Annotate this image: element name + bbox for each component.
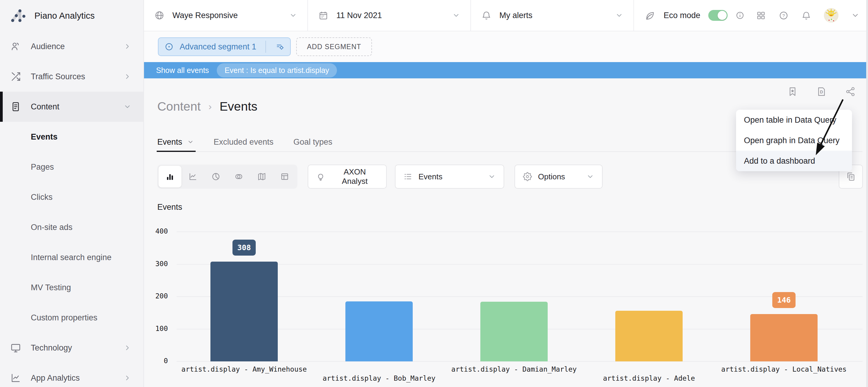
sidebar-nav: AudienceTraffic SourcesContentEventsPage… — [0, 31, 144, 387]
options-dropdown-label: Options — [538, 172, 565, 181]
x-axis-label: artist.display - Damian_Marley — [393, 365, 635, 373]
bar-artist-display-amy-winehouse[interactable] — [211, 261, 278, 361]
date-selector-label: 11 Nov 2021 — [336, 11, 382, 20]
date-selector[interactable]: 11 Nov 2021 — [308, 0, 471, 31]
segment-pill[interactable]: Advanced segment 1 — [158, 37, 291, 56]
chevron-down-icon — [187, 139, 194, 145]
menu-item-open-table-in-data-query[interactable]: Open table in Data Query — [736, 110, 852, 130]
tab-goal-types[interactable]: Goal types — [293, 132, 332, 152]
segment-settings-icon[interactable] — [272, 42, 288, 51]
sidebar-item-mv-testing[interactable]: MV Testing — [0, 273, 144, 303]
metric-dropdown-label: Events — [418, 172, 443, 181]
sidebar-item-label: Traffic Sources — [31, 72, 85, 81]
sidebar-item-label: Audience — [31, 42, 65, 51]
x-axis-label: artist.display - Adele — [528, 374, 770, 382]
event-filter-chip[interactable]: Event : Is equal to artist.display — [217, 63, 337, 77]
menu-item-open-graph-in-data-query[interactable]: Open graph in Data Query — [736, 130, 852, 151]
chevron-down-icon — [289, 11, 297, 19]
sidebar-item-label: On-site ads — [31, 223, 72, 232]
x-axis-label: artist.display - Bob_Marley — [258, 374, 500, 382]
piano-analytics-logo-icon — [10, 8, 27, 23]
show-all-events-link[interactable]: Show all events — [156, 66, 209, 75]
svg-text:D: D — [820, 90, 823, 94]
eco-mode-label: Eco mode — [663, 11, 701, 20]
sidebar-item-events[interactable]: Events — [0, 122, 144, 152]
metric-dropdown[interactable]: Events — [395, 165, 504, 189]
calendar-icon — [318, 10, 329, 21]
site-selector[interactable]: Waye Responsive — [144, 0, 308, 31]
bar-artist-display-damian-marley[interactable] — [480, 302, 548, 361]
axon-analyst-button[interactable]: AXON Analyst — [308, 165, 387, 189]
copy-icon — [846, 172, 856, 182]
breadcrumb: Content › Events — [157, 100, 257, 114]
sidebar: Piano Analytics AudienceTraffic SourcesC… — [0, 0, 144, 387]
line-chart-icon[interactable] — [181, 166, 205, 187]
notifications-bell-icon[interactable] — [801, 10, 811, 21]
tab-excluded-events[interactable]: Excluded events — [214, 132, 274, 152]
sidebar-item-on-site-ads[interactable]: On-site ads — [0, 212, 144, 242]
sidebar-item-label: Technology — [31, 343, 72, 353]
bar-artist-display-local-natives[interactable] — [750, 314, 817, 361]
chevron-right-icon — [123, 73, 131, 80]
share-icon[interactable] — [845, 86, 856, 97]
eco-mode-toggle[interactable] — [708, 10, 727, 21]
table-view-icon[interactable] — [273, 166, 296, 187]
bell-icon — [481, 10, 492, 21]
tab-events[interactable]: Events — [157, 132, 194, 152]
sidebar-item-pages[interactable]: Pages — [0, 152, 144, 182]
sidebar-item-label: Internal search engine — [31, 253, 112, 262]
alerts-selector[interactable]: My alerts — [471, 0, 634, 31]
venn-chart-icon[interactable] — [227, 166, 250, 187]
bookmark-star-icon[interactable] — [787, 86, 798, 97]
sidebar-item-technology[interactable]: Technology — [0, 333, 144, 363]
tab-label: Events — [157, 137, 182, 147]
bar-value-badge: 146 — [772, 292, 796, 308]
breadcrumb-parent[interactable]: Content — [157, 100, 201, 114]
chevron-right-icon — [123, 374, 131, 382]
gridline-300 — [177, 264, 863, 265]
add-segment-button[interactable]: ADD SEGMENT — [296, 37, 372, 56]
app-title: Piano Analytics — [34, 11, 95, 21]
sidebar-item-audience[interactable]: Audience — [0, 31, 144, 62]
tab-label: Excluded events — [214, 137, 274, 147]
bar-artist-display-bob-marley[interactable] — [345, 302, 413, 361]
sidebar-item-label: App Analytics — [31, 374, 80, 383]
list-icon — [403, 172, 412, 181]
app-analytics-icon — [10, 373, 21, 383]
sidebar-item-label: Events — [31, 132, 58, 142]
document-d-icon[interactable]: D — [816, 86, 827, 97]
sidebar-item-label: Content — [31, 102, 60, 111]
gridline-400 — [177, 232, 863, 232]
chevron-down-icon — [452, 11, 460, 19]
traffic-sources-icon — [10, 71, 21, 82]
x-axis-label: artist.display - Amy_Winehouse — [123, 365, 365, 373]
sidebar-item-traffic-sources[interactable]: Traffic Sources — [0, 62, 144, 92]
map-chart-icon[interactable] — [250, 166, 273, 187]
tabs: EventsExcluded eventsGoal types — [157, 132, 332, 152]
globe-icon — [154, 10, 164, 21]
scrollbar[interactable] — [866, 0, 868, 387]
chevron-right-icon — [123, 344, 131, 352]
bar-chart-icon[interactable] — [158, 166, 181, 187]
sidebar-item-label: Clicks — [31, 192, 53, 202]
sidebar-item-custom-properties[interactable]: Custom properties — [0, 303, 144, 333]
svg-text:?: ? — [782, 13, 785, 18]
info-icon[interactable] — [736, 11, 745, 20]
menu-item-add-to-a-dashboard[interactable]: Add to a dashboard — [736, 151, 852, 171]
chevron-down-icon[interactable] — [851, 11, 860, 20]
content-icon — [10, 101, 21, 112]
help-icon[interactable]: ? — [779, 10, 788, 21]
apps-grid-icon[interactable] — [756, 10, 766, 21]
x-axis-label: artist.display - Local_Natives — [663, 365, 868, 373]
user-avatar[interactable] — [824, 8, 838, 23]
sidebar-item-content[interactable]: Content — [0, 92, 144, 122]
pie-chart-icon[interactable] — [205, 166, 227, 187]
chart-toolbar: AXON Analyst Events Options — [157, 165, 602, 189]
sidebar-item-app-analytics[interactable]: App Analytics — [0, 363, 144, 387]
sidebar-item-clicks[interactable]: Clicks — [0, 182, 144, 212]
breadcrumb-separator: › — [209, 101, 212, 112]
bar-artist-display-adele[interactable] — [615, 311, 683, 361]
sidebar-item-internal-search-engine[interactable]: Internal search engine — [0, 242, 144, 273]
options-dropdown[interactable]: Options — [515, 165, 602, 189]
chevron-right-icon — [123, 42, 131, 50]
